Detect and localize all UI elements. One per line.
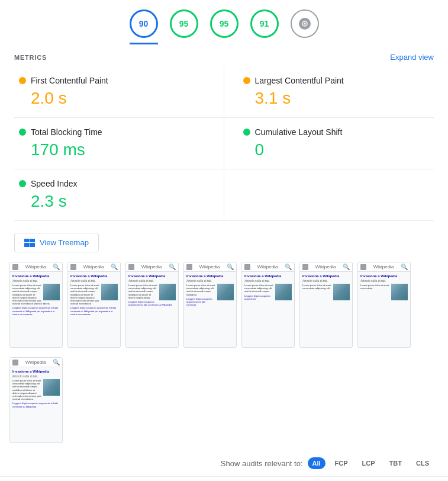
filter-lcp-button[interactable]: LCP — [357, 457, 380, 469]
pwa-score-circle[interactable] — [291, 9, 319, 38]
filmstrip-row2: Wikipedia 🔍 Invasione a Wikipedia Artico… — [0, 357, 448, 453]
fcp-value: 2.0 s — [19, 89, 205, 108]
metric-lcp: Largest Contentful Paint 3.1 s — [224, 66, 434, 118]
tbt-dot — [19, 129, 26, 136]
metrics-title: METRICS — [14, 54, 47, 61]
speed-index-value: 2.3 s — [19, 192, 205, 211]
ss-favicon-1 — [12, 264, 18, 270]
treemap-icon — [24, 239, 35, 247]
score-circle-91[interactable]: 91 — [250, 9, 279, 38]
cls-value: 0 — [243, 140, 430, 159]
score-circle-95a[interactable]: 95 — [170, 9, 198, 38]
fcp-dot — [19, 77, 26, 84]
treemap-section: View Treemap — [0, 221, 448, 262]
fcp-label: First Contentful Paint — [31, 76, 108, 85]
filter-all-button[interactable]: All — [308, 457, 325, 469]
score-tab-2[interactable]: 95 — [170, 9, 198, 44]
lcp-value: 3.1 s — [243, 89, 430, 108]
metrics-grid: First Contentful Paint 2.0 s Largest Con… — [0, 66, 448, 221]
audit-filter-bar: Show audits relevant to: All FCP LCP TBT… — [0, 453, 448, 476]
metric-speed-index: Speed Index 2.3 s — [14, 169, 224, 221]
lcp-label: Largest Contentful Paint — [255, 76, 344, 85]
score-tab-performance[interactable]: 90 — [130, 9, 158, 44]
pwa-icon — [299, 18, 311, 30]
svg-point-1 — [304, 23, 305, 25]
ss-favicon-4 — [186, 264, 192, 270]
metric-fcp: First Contentful Paint 2.0 s — [14, 66, 224, 118]
cls-dot — [243, 129, 250, 136]
tbt-value: 170 ms — [19, 140, 205, 159]
score-circle-95b[interactable]: 95 — [210, 9, 238, 38]
screenshot-2[interactable]: Wikipedia 🔍 Invasione a Wikipedia Artico… — [67, 262, 121, 348]
screenshot-7[interactable]: Wikipedia 🔍 Invasione a Wikipedia Artico… — [357, 262, 411, 348]
speed-index-label: Speed Index — [31, 179, 78, 188]
metric-tbt: Total Blocking Time 170 ms — [14, 118, 224, 169]
score-tab-5[interactable] — [291, 9, 319, 44]
metrics-section-header: METRICS Expand view — [0, 44, 448, 66]
cls-label: Cumulative Layout Shift — [255, 127, 343, 137]
filter-fcp-button[interactable]: FCP — [330, 457, 353, 469]
ss-favicon-5 — [244, 264, 250, 270]
screenshot-4[interactable]: Wikipedia 🔍 Invasione a Wikipedia Artico… — [183, 262, 237, 348]
tbt-label: Total Blocking Time — [31, 127, 102, 137]
metric-cls: Cumulative Layout Shift 0 — [224, 118, 434, 169]
ss-favicon-2 — [70, 264, 76, 270]
filter-tbt-button[interactable]: TBT — [385, 457, 407, 469]
score-tab-4[interactable]: 91 — [250, 9, 279, 44]
filter-cls-button[interactable]: CLS — [411, 457, 434, 469]
screenshot-3[interactable]: Wikipedia 🔍 Invasione a Wikipedia Artico… — [125, 262, 179, 348]
ss-favicon-6 — [302, 264, 308, 270]
expand-view-link[interactable]: Expand view — [390, 53, 434, 62]
screenshot-filmstrip: Wikipedia 🔍 Invasione a Wikipedia Artico… — [0, 262, 448, 357]
view-treemap-button[interactable]: View Treemap — [14, 233, 99, 252]
screenshot-1[interactable]: Wikipedia 🔍 Invasione a Wikipedia Artico… — [9, 262, 63, 348]
diagnostics-section-header: DIAGNOSTICS — [0, 476, 448, 481]
score-circle-90[interactable]: 90 — [130, 9, 158, 38]
screenshot-8[interactable]: Wikipedia 🔍 Invasione a Wikipedia Artico… — [9, 357, 63, 443]
audit-filter-label: Show audits relevant to: — [221, 459, 303, 468]
screenshot-6[interactable]: Wikipedia 🔍 Invasione a Wikipedia Artico… — [299, 262, 353, 348]
score-tab-3[interactable]: 95 — [210, 9, 238, 44]
screenshot-5[interactable]: Wikipedia 🔍 Invasione a Wikipedia Artico… — [241, 262, 295, 348]
ss-favicon-8 — [12, 360, 18, 365]
speed-index-dot — [19, 180, 26, 187]
metric-empty-cell — [224, 169, 434, 221]
ss-favicon-7 — [360, 264, 366, 270]
lcp-dot — [243, 77, 250, 84]
ss-favicon-3 — [128, 264, 134, 270]
